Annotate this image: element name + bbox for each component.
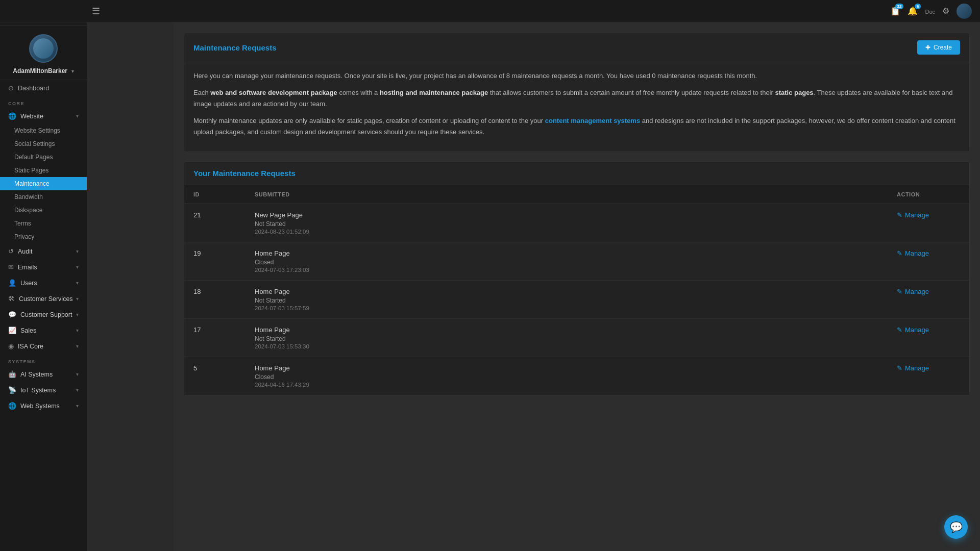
sidebar-item-dashboard[interactable]: ⊙ Dashboard	[0, 80, 87, 96]
sidebar-item-audit[interactable]: ↺ Audit ▾	[0, 243, 87, 259]
tasks-badge: 22	[895, 4, 904, 9]
requests-table: ID SUBMITTED ACTION 21 New Page Page Not…	[184, 185, 969, 395]
hamburger-icon[interactable]: ☰	[92, 6, 100, 17]
maintenance-info-card: Maintenance Requests ✚ Create Here you c…	[184, 33, 970, 152]
row-title: Home Page	[255, 288, 878, 295]
sidebar-item-ai-systems[interactable]: 🤖 AI Systems ▾	[0, 366, 87, 382]
col-id: ID	[184, 185, 246, 204]
row-submitted-cell: New Page Page Not Started 2024-08-23 01:…	[246, 204, 888, 242]
your-requests-title: Your Maintenance Requests	[184, 162, 969, 185]
manage-link[interactable]: ✎ Manage	[897, 364, 960, 372]
sidebar-item-default-pages[interactable]: Default Pages	[0, 151, 87, 164]
manage-link[interactable]: ✎ Manage	[897, 211, 960, 219]
web-chevron-icon: ▾	[76, 403, 79, 409]
iot-chevron-icon: ▾	[76, 387, 79, 393]
ai-chevron-icon: ▾	[76, 371, 79, 377]
sidebar-item-users[interactable]: 👤 Users ▾	[0, 275, 87, 291]
sidebar-item-maintenance[interactable]: Maintenance	[0, 177, 87, 190]
row-id: 21	[193, 211, 201, 219]
card-header: Maintenance Requests ✚ Create	[184, 33, 969, 62]
sidebar-item-website[interactable]: 🌐 Website ▾	[0, 108, 87, 124]
tasks-icon-btn[interactable]: 📋 22	[890, 6, 900, 16]
table-row: 18 Home Page Not Started 2024-07-03 15:5…	[184, 281, 969, 319]
customer-support-label: Customer Support	[20, 311, 76, 318]
sidebar-item-social-settings[interactable]: Social Settings	[0, 137, 87, 151]
emails-label: Emails	[18, 264, 76, 271]
table-row: 21 New Page Page Not Started 2024-08-23 …	[184, 204, 969, 242]
row-id-cell: 21	[184, 204, 246, 242]
iot-icon: 📡	[8, 386, 16, 394]
sales-label: Sales	[20, 327, 76, 334]
row-id-cell: 18	[184, 281, 246, 319]
sidebar-item-diskspace[interactable]: Diskspace	[0, 204, 87, 217]
sidebar-item-bandwidth[interactable]: Bandwidth	[0, 190, 87, 204]
row-action-cell: ✎ Manage	[888, 319, 969, 357]
sidebar-item-static-pages[interactable]: Static Pages	[0, 164, 87, 177]
sidebar-item-emails[interactable]: ✉ Emails ▾	[0, 259, 87, 275]
plus-icon: ✚	[925, 44, 930, 51]
sidebar-user[interactable]: AdamMiltonBarker ▾	[0, 26, 87, 80]
chat-fab-button[interactable]: 💬	[944, 515, 968, 539]
row-action-cell: ✎ Manage	[888, 204, 969, 242]
iot-systems-label: IoT Systems	[20, 387, 76, 394]
row-action-cell: ✎ Manage	[888, 281, 969, 319]
header-right: 📋 22 🔔 6 Doc ⚙	[890, 4, 972, 19]
sidebar: COGNITECH CREATE THE FUTURE AdamMiltonBa…	[0, 0, 87, 551]
notifications-badge: 6	[915, 4, 921, 9]
customer-services-icon: 🛠	[8, 295, 15, 303]
info-paragraph-3: Monthly maintenance updates are only ava…	[193, 115, 960, 137]
row-date: 2024-07-03 15:57:59	[255, 305, 878, 311]
row-date: 2024-07-03 15:53:30	[255, 343, 878, 349]
sidebar-item-isa-core[interactable]: ◉ ISA Core ▾	[0, 338, 87, 354]
sidebar-item-customer-services[interactable]: 🛠 Customer Services ▾	[0, 291, 87, 307]
notifications-icon-btn[interactable]: 🔔 6	[908, 6, 918, 16]
audit-icon: ↺	[8, 247, 14, 255]
customer-support-chevron-icon: ▾	[76, 312, 79, 317]
user-chevron-icon: ▾	[71, 68, 74, 74]
dashboard-label: Dashboard	[18, 85, 79, 92]
website-chevron-icon: ▾	[76, 113, 79, 119]
edit-icon: ✎	[897, 364, 902, 372]
row-title: Home Page	[255, 249, 878, 257]
row-submitted-cell: Home Page Closed 2024-04-16 17:43:29	[246, 357, 888, 395]
col-action: ACTION	[888, 185, 969, 204]
doc-icon-btn[interactable]: Doc	[925, 7, 935, 16]
manage-link[interactable]: ✎ Manage	[897, 288, 960, 295]
sidebar-item-website-settings[interactable]: Website Settings	[0, 124, 87, 137]
sidebar-item-web-systems[interactable]: 🌐 Web Systems ▾	[0, 398, 87, 414]
create-button[interactable]: ✚ Create	[917, 40, 960, 55]
web-icon: 🌐	[8, 402, 16, 410]
row-date: 2024-07-03 17:23:03	[255, 267, 878, 273]
email-icon: ✉	[8, 263, 14, 271]
row-submitted-cell: Home Page Closed 2024-07-03 17:23:03	[246, 242, 888, 281]
row-id-cell: 19	[184, 242, 246, 281]
row-status: Closed	[255, 259, 878, 266]
row-title: Home Page	[255, 364, 878, 372]
sidebar-item-iot-systems[interactable]: 📡 IoT Systems ▾	[0, 382, 87, 398]
section-core-label: CORE	[0, 96, 87, 108]
isa-core-label: ISA Core	[18, 343, 76, 350]
bold-cms: content management systems	[545, 117, 640, 124]
header-avatar[interactable]	[957, 4, 972, 19]
manage-link[interactable]: ✎ Manage	[897, 326, 960, 334]
bold-static-pages: static pages	[775, 89, 813, 96]
ai-icon: 🤖	[8, 370, 16, 378]
sidebar-item-terms[interactable]: Terms	[0, 217, 87, 230]
edit-icon: ✎	[897, 211, 902, 219]
avatar	[29, 34, 58, 63]
row-date: 2024-04-16 17:43:29	[255, 382, 878, 388]
manage-link[interactable]: ✎ Manage	[897, 249, 960, 257]
row-submitted-cell: Home Page Not Started 2024-07-03 15:57:5…	[246, 281, 888, 319]
settings-icon-btn[interactable]: ⚙	[942, 6, 949, 16]
sidebar-item-customer-support[interactable]: 💬 Customer Support ▾	[0, 307, 87, 322]
sidebar-item-privacy[interactable]: Privacy	[0, 230, 87, 243]
gear-icon: ⚙	[942, 7, 949, 15]
globe-icon: 🌐	[8, 112, 16, 120]
dashboard-icon: ⊙	[8, 84, 14, 92]
sidebar-item-sales[interactable]: 📈 Sales ▾	[0, 322, 87, 338]
sales-chevron-icon: ▾	[76, 328, 79, 333]
isa-core-chevron-icon: ▾	[76, 343, 79, 349]
manage-label: Manage	[905, 326, 929, 334]
table-header-row: ID SUBMITTED ACTION	[184, 185, 969, 204]
doc-label: Doc	[925, 9, 935, 15]
